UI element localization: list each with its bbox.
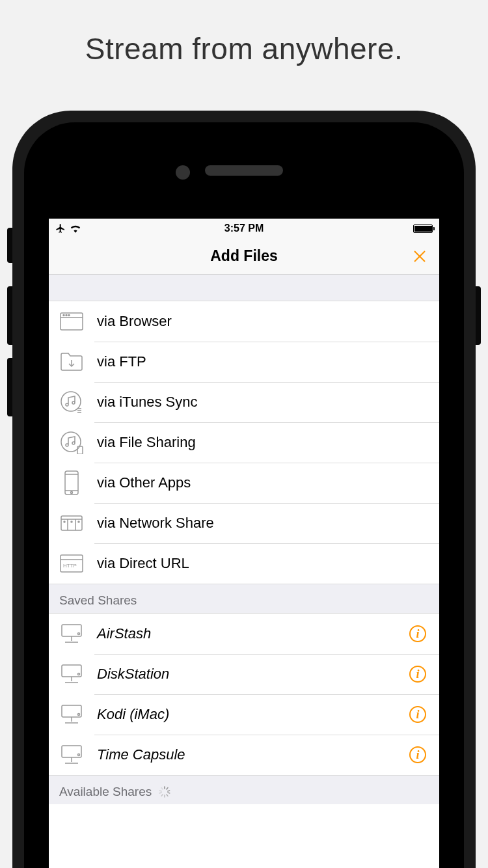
music-sync-icon <box>58 388 85 416</box>
music-device-icon <box>58 429 85 456</box>
svg-point-37 <box>78 714 80 716</box>
method-via-itunes-sync[interactable]: via iTunes Sync <box>49 382 439 422</box>
svg-line-53 <box>161 788 163 789</box>
info-button[interactable]: i <box>408 664 427 684</box>
browser-window-icon <box>58 308 85 335</box>
svg-point-24 <box>78 521 79 522</box>
silent-switch <box>7 228 12 263</box>
battery-icon <box>413 224 433 233</box>
network-drive-icon <box>58 509 85 537</box>
svg-line-47 <box>168 793 170 793</box>
svg-line-50 <box>161 794 163 796</box>
method-via-file-sharing[interactable]: via File Sharing <box>49 422 439 463</box>
volume-up-button <box>7 286 12 345</box>
svg-point-17 <box>71 492 73 494</box>
http-window-icon: HTTP <box>58 550 85 577</box>
close-button[interactable] <box>412 249 427 264</box>
svg-point-33 <box>78 673 80 675</box>
drive-stand-icon <box>58 660 85 688</box>
saved-share-time-capsule[interactable]: Time Capsule i <box>49 735 439 775</box>
phone-icon <box>58 469 85 496</box>
svg-point-22 <box>64 521 65 522</box>
svg-point-29 <box>78 633 80 635</box>
info-button[interactable]: i <box>408 624 427 644</box>
row-label: via iTunes Sync <box>97 394 439 411</box>
svg-point-23 <box>71 521 72 522</box>
method-via-ftp[interactable]: via FTP <box>49 342 439 382</box>
method-via-network-share[interactable]: via Network Share <box>49 503 439 543</box>
drive-stand-icon <box>58 741 85 768</box>
saved-shares-list: AirStash i DiskStation <box>49 613 439 776</box>
volume-down-button <box>7 358 12 416</box>
row-label: via File Sharing <box>97 434 439 451</box>
promo-title: Stream from anywhere. <box>0 0 488 66</box>
screen: 3:57 PM Add Files <box>49 219 439 868</box>
svg-line-48 <box>167 794 168 796</box>
row-label: via Other Apps <box>97 474 439 491</box>
row-label: Time Capsule <box>97 746 408 763</box>
info-button[interactable]: i <box>408 745 427 765</box>
info-icon: i <box>409 706 426 723</box>
status-bar: 3:57 PM <box>49 219 439 238</box>
saved-share-diskstation[interactable]: DiskStation i <box>49 654 439 694</box>
saved-share-kodi[interactable]: Kodi (iMac) i <box>49 694 439 735</box>
spinner-icon <box>158 785 171 798</box>
method-via-other-apps[interactable]: via Other Apps <box>49 463 439 503</box>
info-icon: i <box>409 625 426 642</box>
folder-download-icon <box>58 348 85 375</box>
status-time: 3:57 PM <box>49 223 439 234</box>
svg-line-51 <box>160 793 162 793</box>
svg-line-46 <box>168 791 170 791</box>
row-label: via Browser <box>97 313 439 330</box>
close-icon <box>413 249 427 264</box>
add-methods-list: via Browser via FTP <box>49 301 439 584</box>
row-label: Kodi (iMac) <box>97 706 408 723</box>
wifi-icon <box>70 224 81 233</box>
phone-frame: 3:57 PM Add Files <box>12 111 476 868</box>
speaker-slot <box>205 165 283 176</box>
method-via-browser[interactable]: via Browser <box>49 301 439 342</box>
svg-rect-13 <box>77 446 83 454</box>
svg-point-6 <box>68 315 70 316</box>
page-title: Add Files <box>210 247 278 265</box>
svg-text:HTTP: HTTP <box>63 563 77 569</box>
airplane-mode-icon <box>55 223 66 234</box>
row-label: via Network Share <box>97 515 439 532</box>
available-shares-header: Available Shares <box>49 776 439 804</box>
saved-shares-header: Saved Shares <box>49 584 439 613</box>
info-icon: i <box>409 746 426 763</box>
info-icon: i <box>409 666 426 683</box>
svg-line-52 <box>160 791 162 791</box>
available-shares-label: Available Shares <box>59 785 152 799</box>
drive-stand-icon <box>58 620 85 647</box>
row-label: DiskStation <box>97 666 408 683</box>
svg-point-41 <box>78 754 80 756</box>
method-via-direct-url[interactable]: HTTP via Direct URL <box>49 543 439 584</box>
svg-point-4 <box>63 315 64 316</box>
row-label: via Direct URL <box>97 555 439 572</box>
info-button[interactable]: i <box>408 705 427 724</box>
row-label: via FTP <box>97 353 439 370</box>
svg-rect-18 <box>61 516 82 530</box>
svg-point-5 <box>66 315 67 316</box>
nav-bar: Add Files <box>49 238 439 275</box>
svg-line-45 <box>167 788 168 789</box>
power-button <box>476 286 481 345</box>
drive-stand-icon <box>58 701 85 728</box>
camera-dot <box>176 165 190 180</box>
row-label: AirStash <box>97 625 408 642</box>
saved-share-airstash[interactable]: AirStash i <box>49 614 439 654</box>
